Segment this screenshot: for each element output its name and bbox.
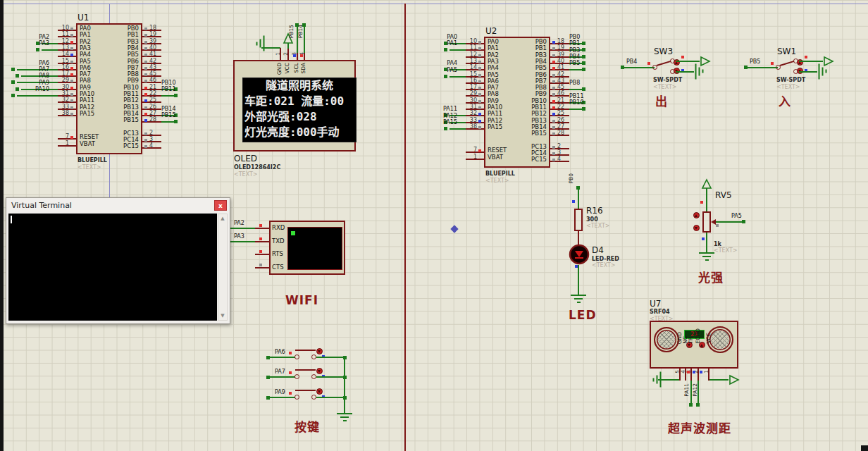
pin-stub bbox=[578, 231, 579, 245]
net-label: PA7 bbox=[17, 66, 49, 73]
pin-number: 11 bbox=[51, 31, 69, 37]
pin-name: SCL bbox=[293, 63, 299, 73]
pin-state-indicator bbox=[552, 74, 555, 77]
ref-designator: RV5 bbox=[715, 190, 732, 200]
part-text-placeholder: <TEXT> bbox=[586, 223, 610, 229]
caption: 出 bbox=[655, 92, 668, 109]
wire bbox=[268, 376, 295, 378]
pin-state-indicator bbox=[552, 61, 555, 63]
potentiometer-rv5[interactable] bbox=[702, 211, 711, 233]
schematic-canvas[interactable]: U1 10PA011PA1PA212PA2PA313PA314PA415PA5P… bbox=[0, 0, 868, 451]
button-terminal bbox=[294, 374, 299, 379]
pin-state-indicator bbox=[144, 99, 147, 102]
origin-marker bbox=[450, 225, 458, 233]
resistor-r16[interactable] bbox=[574, 209, 583, 231]
pot-value: 1k bbox=[714, 241, 721, 247]
button-plunger[interactable] bbox=[295, 369, 316, 371]
pin-name: PB15 bbox=[512, 130, 547, 137]
pin-state-indicator bbox=[300, 54, 303, 57]
sheet-divider-line bbox=[404, 4, 406, 451]
terminal-scrollbar[interactable]: ▲ ▼ bbox=[218, 214, 228, 321]
scroll-down-icon[interactable]: ▼ bbox=[218, 313, 227, 319]
terminal-screen[interactable] bbox=[8, 214, 217, 321]
virtual-terminal-window[interactable]: Virtual Terminal x ▲ ▼ bbox=[6, 197, 230, 324]
pin-name: GND bbox=[276, 63, 283, 75]
pin-state-indicator bbox=[289, 392, 292, 395]
pot-increase-button[interactable] bbox=[693, 212, 700, 218]
pin-number: 43 bbox=[149, 64, 166, 70]
net-terminal bbox=[742, 220, 745, 223]
ref-designator: SW3 bbox=[654, 47, 673, 56]
pin-name: RTS bbox=[272, 251, 283, 257]
ref-designator: U7 bbox=[650, 299, 661, 309]
net-label: PA12 bbox=[692, 383, 698, 397]
pin-state-indicator bbox=[144, 132, 147, 135]
pin-name: PA15 bbox=[488, 124, 502, 130]
button-terminal bbox=[311, 354, 316, 359]
pin-number: 2 bbox=[283, 52, 289, 56]
pin-state-indicator bbox=[70, 87, 73, 89]
pin-state-indicator bbox=[144, 34, 147, 37]
close-button[interactable]: x bbox=[214, 200, 227, 211]
net-label: PA6 bbox=[17, 60, 49, 66]
pin-name: PA11 bbox=[80, 97, 94, 104]
switch-lever[interactable] bbox=[657, 61, 671, 66]
pin-number: 1 bbox=[275, 52, 281, 56]
wire bbox=[268, 357, 295, 358]
ground-symbol bbox=[698, 252, 715, 261]
pin-number: 28 bbox=[557, 130, 574, 136]
ref-designator: U2 bbox=[485, 26, 497, 36]
button-plunger[interactable] bbox=[295, 390, 316, 391]
pin-number: 29 bbox=[459, 90, 477, 97]
pin-name: PB15 bbox=[104, 117, 139, 123]
button-press-pa9[interactable] bbox=[316, 388, 323, 395]
part-name: SW-SPDT bbox=[776, 77, 805, 83]
oled-screen[interactable]: 隧道照明系统 车距:021 流量:00 外部光强:028 灯光亮度:000手动 bbox=[242, 78, 356, 142]
pin-state-indicator bbox=[70, 106, 73, 109]
pin-state-indicator bbox=[144, 47, 147, 50]
part-text-placeholder: <TEXT> bbox=[592, 262, 616, 268]
pin-number: 7 bbox=[459, 147, 477, 153]
pin-name: PA4 bbox=[80, 51, 91, 58]
net-label: PA2 bbox=[234, 220, 244, 226]
scroll-up-icon[interactable]: ▲ bbox=[218, 216, 227, 221]
pin-stub bbox=[255, 254, 269, 255]
pin-state-indicator bbox=[552, 41, 555, 44]
pin-state-indicator bbox=[552, 120, 555, 123]
net-label: PA3 bbox=[234, 233, 244, 240]
net-terminal bbox=[582, 68, 585, 71]
pin-number: 33 bbox=[51, 104, 69, 110]
pin-state-indicator bbox=[552, 146, 555, 149]
part-text-placeholder: <TEXT> bbox=[776, 84, 800, 90]
pin-state-indicator bbox=[70, 73, 73, 76]
net-label: PB11 bbox=[569, 93, 600, 99]
pin-state-indicator bbox=[144, 80, 147, 82]
pin-state-indicator bbox=[716, 224, 719, 227]
button-press-pa7[interactable] bbox=[316, 368, 323, 374]
oled-line-2: 车距:021 流量:00 bbox=[243, 94, 356, 109]
pin-number: 11 bbox=[459, 44, 477, 51]
net-label: PA7 bbox=[275, 369, 285, 375]
pin-number: 39 bbox=[149, 38, 166, 44]
pin-state-indicator bbox=[552, 100, 555, 103]
part-name: BLUEPILL bbox=[78, 157, 107, 163]
wire bbox=[799, 71, 817, 73]
pin-number: 32 bbox=[51, 97, 69, 103]
pin-name: ECHO bbox=[695, 328, 701, 344]
led-d4-icon[interactable] bbox=[569, 244, 590, 265]
oled-line-3: 外部光强:028 bbox=[243, 109, 356, 125]
wire bbox=[316, 376, 345, 378]
button-press-pa6[interactable] bbox=[316, 348, 323, 354]
button-plunger[interactable] bbox=[295, 350, 316, 351]
pin-state-indicator bbox=[552, 113, 555, 116]
window-edge bbox=[0, 0, 4, 451]
net-label: PA8 bbox=[17, 73, 49, 79]
pin-number: 7 bbox=[51, 133, 69, 140]
pin-name: PC15 bbox=[512, 156, 547, 163]
switch-lever[interactable] bbox=[780, 61, 795, 66]
wire bbox=[578, 189, 579, 209]
net-terminal bbox=[36, 48, 39, 51]
pin-state-indicator bbox=[144, 41, 147, 44]
pin-state-indicator bbox=[478, 149, 481, 152]
pot-decrease-button[interactable] bbox=[693, 225, 700, 231]
